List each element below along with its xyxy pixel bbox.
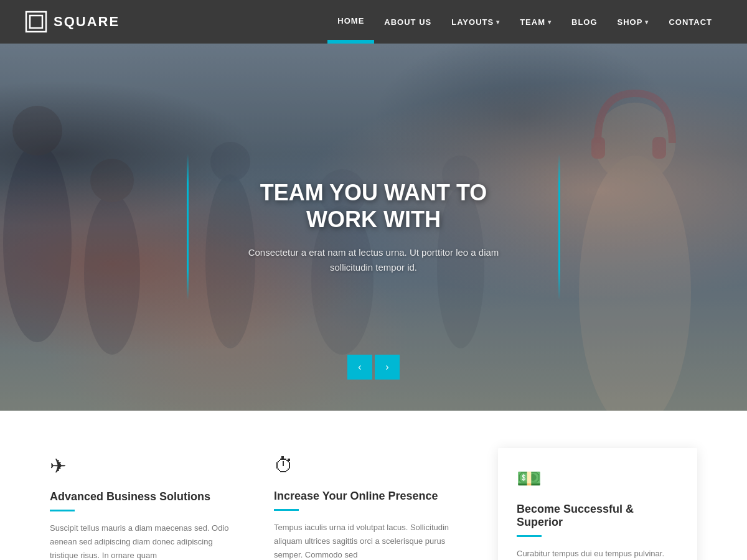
- feature-item-3: 💵 Become Successful & Superior Curabitur…: [498, 448, 697, 560]
- hero-title: TEAM YOU WANT TO WORK WITH: [243, 179, 504, 233]
- clock-icon: ⏱: [274, 454, 461, 477]
- nav-item-shop[interactable]: SHOP ▾: [608, 0, 659, 44]
- nav-item-layouts[interactable]: LAYOUTS ▾: [441, 0, 510, 44]
- logo-icon: [25, 11, 47, 33]
- svg-rect-15: [652, 137, 666, 159]
- logo[interactable]: SQUARE: [25, 11, 120, 33]
- chevron-down-icon: ▾: [496, 19, 500, 26]
- svg-point-5: [90, 159, 134, 202]
- hero-prev-button[interactable]: ‹: [347, 355, 372, 380]
- hero-subtitle: Consectetur a erat nam at lectus urna. U…: [243, 245, 504, 275]
- feature-item-1: ✈ Advanced Business Solutions Suscipit t…: [50, 448, 249, 560]
- nav-item-blog[interactable]: BLOG: [561, 0, 608, 44]
- feature-title-3: Become Successful & Superior: [517, 503, 679, 529]
- hero-section: TEAM YOU WANT TO WORK WITH Consectetur a…: [0, 44, 747, 411]
- hero-content: TEAM YOU WANT TO WORK WITH Consectetur a…: [212, 154, 535, 300]
- chevron-down-icon: ▾: [548, 19, 552, 26]
- svg-point-12: [579, 156, 691, 411]
- svg-rect-1: [30, 16, 42, 28]
- feature-title-2: Increase Your Online Presence: [274, 490, 461, 503]
- feature-title-1: Advanced Business Solutions: [50, 490, 237, 503]
- chevron-down-icon: ▾: [645, 19, 649, 26]
- nav-item-home[interactable]: HOME: [327, 0, 374, 44]
- svg-rect-14: [591, 137, 605, 159]
- logo-text: SQUARE: [54, 14, 120, 30]
- svg-point-3: [12, 106, 62, 156]
- feature-divider-2: [274, 509, 299, 511]
- hero-border-left: [187, 154, 189, 300]
- svg-point-2: [3, 143, 72, 342]
- hero-arrows: ‹ ›: [347, 355, 400, 380]
- nav-item-contact[interactable]: CONTACT: [659, 0, 722, 44]
- feature-text-2: Tempus iaculis urna id volutpat lacus. S…: [274, 521, 461, 560]
- feature-text-1: Suscipit tellus mauris a diam maecenas s…: [50, 521, 237, 560]
- money-icon: 💵: [517, 467, 679, 490]
- hero-border-right: [558, 154, 560, 300]
- nav-menu: HOME ABOUT US LAYOUTS ▾ TEAM ▾ BLOG SHOP…: [327, 0, 722, 44]
- hero-next-button[interactable]: ›: [375, 355, 400, 380]
- svg-point-4: [84, 193, 140, 355]
- feature-item-2: ⏱ Increase Your Online Presence Tempus i…: [274, 448, 473, 560]
- feature-text-3: Curabitur tempus dui eu tempus pulvinar.…: [517, 547, 679, 560]
- features-section: ✈ Advanced Business Solutions Suscipit t…: [0, 411, 747, 560]
- airplane-icon: ✈: [50, 454, 237, 478]
- feature-divider-1: [50, 510, 75, 511]
- navbar: SQUARE HOME ABOUT US LAYOUTS ▾ TEAM ▾ BL…: [0, 0, 747, 44]
- feature-divider-3: [517, 535, 542, 537]
- nav-item-team[interactable]: TEAM ▾: [510, 0, 561, 44]
- nav-item-about[interactable]: ABOUT US: [374, 0, 441, 44]
